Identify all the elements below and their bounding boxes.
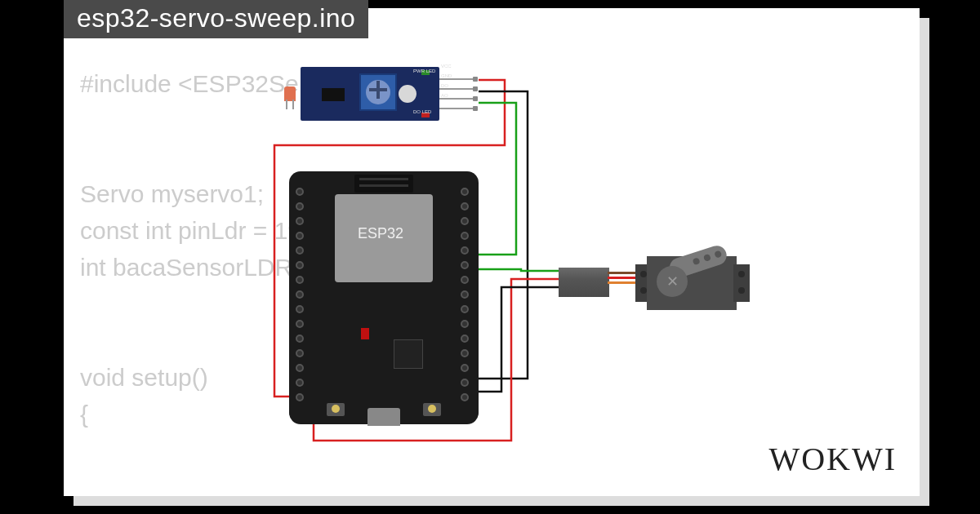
- esp32-pin-right-6[interactable]: [461, 276, 469, 284]
- esp32-usb-port-icon: [368, 408, 400, 426]
- esp32-antenna-icon: [354, 175, 413, 193]
- ldr-pinlabel-gnd: GND: [441, 73, 452, 78]
- filename-tab: esp32-servo-sweep.ino: [64, 0, 368, 38]
- esp32-pin-left-3[interactable]: [296, 232, 304, 240]
- esp32-pin-left-8[interactable]: [296, 305, 304, 313]
- ldr-pin-gnd[interactable]: [439, 88, 475, 90]
- code-line: #include <ESP32Se: [80, 70, 299, 97]
- code-line: const int pinLdr = 19;: [80, 217, 308, 244]
- ldr-module[interactable]: PWR LED DO LED VCC GND DO AO: [284, 62, 480, 127]
- esp32-pin-left-7[interactable]: [296, 290, 304, 299]
- ldr-mount-hole-icon: [399, 85, 416, 103]
- ldr-pinlabel-do: DO: [441, 83, 448, 88]
- esp32-pins-right[interactable]: [459, 188, 474, 408]
- servo-connector[interactable]: [559, 268, 609, 297]
- esp32-pin-right-4[interactable]: [461, 246, 469, 255]
- project-card: #include <ESP32Se Servo myservo1; const …: [64, 8, 920, 496]
- ldr-pinlabel-ao: AO: [441, 93, 448, 98]
- esp32-pin-left-4[interactable]: [296, 246, 304, 255]
- ldr-label-doled: DO LED: [413, 109, 431, 114]
- ldr-pin-ao[interactable]: [439, 108, 475, 109]
- ldr-comparator-ic: [322, 88, 345, 101]
- esp32-pins-left[interactable]: [294, 188, 309, 408]
- esp32-pin-left-14[interactable]: [296, 393, 304, 401]
- esp32-pin-right-10[interactable]: [461, 335, 469, 343]
- esp32-pin-left-11[interactable]: [296, 349, 304, 357]
- esp32-pin-left-0[interactable]: [296, 188, 304, 196]
- esp32-pin-right-1[interactable]: [461, 202, 469, 210]
- servo-mount-tab: [733, 264, 750, 302]
- esp32-pin-right-3[interactable]: [461, 232, 469, 240]
- esp32-pin-right-9[interactable]: [461, 320, 469, 328]
- esp32-pin-right-12[interactable]: [461, 364, 469, 372]
- servo-hub-icon: [657, 266, 688, 297]
- esp32-pin-right-0[interactable]: [461, 188, 469, 196]
- esp32-pin-left-6[interactable]: [296, 276, 304, 284]
- esp32-pin-right-7[interactable]: [461, 290, 469, 299]
- ldr-pin-vcc[interactable]: [439, 78, 475, 80]
- esp32-pin-left-10[interactable]: [296, 335, 304, 343]
- esp32-pin-right-2[interactable]: [461, 217, 469, 225]
- esp32-pin-right-13[interactable]: [461, 379, 469, 387]
- esp32-pin-left-9[interactable]: [296, 320, 304, 328]
- esp32-pin-right-8[interactable]: [461, 305, 469, 313]
- esp32-pin-left-12[interactable]: [296, 364, 304, 372]
- esp32-pin-left-5[interactable]: [296, 261, 304, 269]
- code-line: {: [80, 401, 88, 428]
- esp32-board[interactable]: ESP32: [289, 171, 479, 424]
- ldr-pinlabel-vcc: VCC: [441, 64, 452, 69]
- esp32-chip-label: ESP32: [358, 225, 403, 242]
- esp32-boot-button[interactable]: [423, 403, 441, 416]
- code-line: Servo myservo1;: [80, 180, 264, 207]
- brand-logo: WOKWI: [768, 440, 897, 478]
- esp32-power-led-icon: [361, 328, 369, 339]
- esp32-pin-left-2[interactable]: [296, 217, 304, 225]
- esp32-usb-chip: [394, 339, 423, 369]
- ldr-label-pwrled: PWR LED: [413, 69, 435, 73]
- esp32-en-button[interactable]: [327, 403, 345, 416]
- esp32-pin-left-1[interactable]: [296, 202, 304, 210]
- code-line: void setup(): [80, 364, 208, 391]
- esp32-pin-right-5[interactable]: [461, 261, 469, 269]
- esp32-pin-right-14[interactable]: [461, 393, 469, 401]
- esp32-pin-right-11[interactable]: [461, 349, 469, 357]
- code-line: int bacaSensorLDR;: [80, 254, 299, 281]
- servo-motor[interactable]: [559, 245, 746, 318]
- ldr-pin-do[interactable]: [439, 98, 475, 100]
- esp32-pin-left-13[interactable]: [296, 379, 304, 387]
